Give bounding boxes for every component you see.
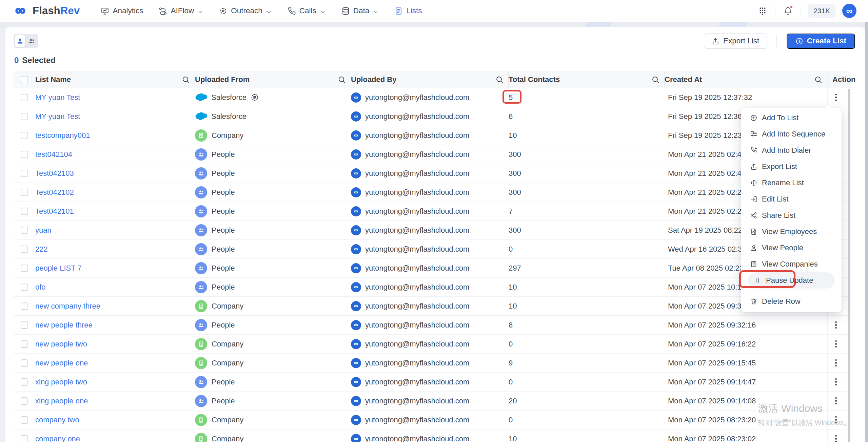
menu-item-rename-list[interactable]: Rename List: [741, 175, 842, 191]
list-name-link[interactable]: Test042101: [35, 207, 74, 216]
sync-status-icon[interactable]: [251, 93, 259, 102]
row-checkbox[interactable]: [21, 378, 28, 386]
list-name-link[interactable]: Test042102: [35, 188, 74, 197]
row-actions-kebab-icon[interactable]: [828, 376, 840, 388]
row-checkbox[interactable]: [21, 94, 28, 101]
export-list-button[interactable]: Export List: [704, 34, 767, 49]
row-checkbox[interactable]: [21, 246, 28, 253]
flashrev-logo[interactable]: FlashRev: [12, 5, 80, 17]
table-row: ofoPeople∞yutongtong@myflashcloud.com10M…: [14, 278, 851, 297]
nav-item-outreach[interactable]: Outreach: [219, 6, 272, 15]
nav-item-calls[interactable]: Calls: [288, 6, 326, 15]
person-icon: [17, 38, 24, 45]
row-checkbox[interactable]: [21, 416, 28, 424]
row-actions-kebab-icon[interactable]: [828, 414, 840, 426]
column-search-icon[interactable]: [495, 76, 504, 84]
row-checkbox[interactable]: [21, 227, 28, 234]
row-actions-kebab-icon[interactable]: [828, 395, 840, 407]
column-search-icon[interactable]: [182, 76, 190, 84]
list-name-link[interactable]: Test042103: [35, 169, 74, 178]
user-avatar[interactable]: ∞: [842, 4, 856, 18]
table-row: new people twoCompany∞yutongtong@myflash…: [14, 335, 851, 354]
people-badge-icon: [195, 186, 207, 198]
people-badge-icon: [195, 262, 207, 274]
row-actions-kebab-icon[interactable]: [828, 357, 840, 370]
create-list-button[interactable]: Create List: [787, 34, 855, 49]
nav-item-analytics[interactable]: Analytics: [101, 6, 143, 15]
list-name-link[interactable]: testcompany001: [35, 131, 90, 140]
list-name-link[interactable]: MY yuan Test: [35, 93, 80, 102]
bell-icon[interactable]: [782, 5, 794, 17]
column-search-icon[interactable]: [814, 76, 822, 84]
menu-item-view-employees[interactable]: View Employees: [741, 224, 842, 240]
uploaded-by-cell: ∞yutongtong@myflashcloud.com: [351, 373, 509, 391]
list-name-cell: new people two: [35, 335, 195, 353]
menu-item-view-people[interactable]: View People: [741, 240, 842, 256]
list-name-link[interactable]: xing people two: [35, 378, 87, 386]
row-checkbox[interactable]: [21, 113, 28, 120]
list-name-link[interactable]: ofo: [35, 283, 46, 292]
table-scrollbar[interactable]: [848, 89, 850, 442]
row-checkbox[interactable]: [21, 435, 28, 442]
group-view-toggle[interactable]: [26, 35, 37, 47]
list-name-link[interactable]: test042104: [35, 150, 72, 159]
nav-item-lists[interactable]: Lists: [394, 6, 422, 15]
list-name-link[interactable]: new company three: [35, 302, 100, 311]
page-scrollbar[interactable]: [865, 22, 868, 442]
row-checkbox[interactable]: [21, 359, 28, 367]
nav-item-data[interactable]: Data: [341, 6, 379, 15]
menu-item-add-into-sequence[interactable]: Add Into Sequence: [741, 126, 842, 142]
uploaded-from-cell: Company: [195, 335, 351, 353]
row-checkbox[interactable]: [21, 321, 28, 329]
row-checkbox[interactable]: [21, 170, 28, 177]
list-name-link[interactable]: company two: [35, 416, 79, 424]
menu-item-delete-row[interactable]: Delete Row: [741, 293, 842, 310]
menu-item-export-list[interactable]: Export List: [741, 159, 842, 175]
column-search-icon[interactable]: [338, 76, 346, 84]
row-checkbox[interactable]: [21, 302, 28, 310]
list-name-link[interactable]: yuan: [35, 226, 52, 235]
row-actions-kebab-icon[interactable]: [828, 338, 840, 351]
list-name-link[interactable]: new people one: [35, 359, 88, 367]
nav-item-label: AIFlow: [171, 6, 194, 15]
list-name-link[interactable]: company one: [35, 435, 80, 442]
list-name-cell: Test042101: [35, 202, 195, 220]
total-contacts-cell: 0: [509, 240, 665, 258]
row-actions-kebab-icon[interactable]: [828, 433, 840, 442]
total-contacts-value: 9: [509, 359, 513, 367]
list-name-link[interactable]: xing people one: [35, 397, 88, 405]
person-view-toggle[interactable]: [15, 35, 25, 47]
dialpad-icon[interactable]: [757, 5, 768, 17]
menu-item-share-list[interactable]: Share List: [741, 207, 842, 224]
column-search-icon[interactable]: [651, 76, 659, 84]
company-badge-icon: [195, 129, 207, 142]
delete-icon: [750, 298, 757, 305]
menu-item-add-to-list[interactable]: Add To List: [741, 110, 842, 126]
list-name-link[interactable]: new people two: [35, 340, 87, 349]
nav-item-aiflow[interactable]: AIFlow: [159, 6, 203, 15]
row-actions-kebab-icon[interactable]: [828, 319, 840, 332]
row-checkbox[interactable]: [21, 265, 28, 272]
row-checkbox[interactable]: [21, 397, 28, 405]
menu-item-add-into-dialer[interactable]: Add Into Dialer: [741, 142, 842, 159]
menu-item-edit-list[interactable]: Edit List: [741, 191, 842, 207]
menu-item-view-companies[interactable]: View Companies: [741, 256, 842, 272]
menu-item-pause-update[interactable]: Pause Update: [748, 272, 835, 289]
table-body: MY yuan TestSalesforce∞yutongtong@myflas…: [14, 88, 851, 442]
list-name-link[interactable]: new people three: [35, 321, 93, 330]
row-checkbox[interactable]: [21, 151, 28, 158]
select-all-checkbox[interactable]: [21, 76, 28, 83]
row-checkbox[interactable]: [21, 189, 28, 196]
uploaded-from-cell: People: [195, 164, 351, 183]
row-checkbox[interactable]: [21, 340, 28, 348]
row-checkbox[interactable]: [21, 283, 28, 291]
nav-item-label: Analytics: [113, 6, 143, 15]
list-name-link[interactable]: people LIST 7: [35, 264, 82, 273]
list-name-link[interactable]: MY yuan Test: [35, 112, 80, 121]
row-checkbox[interactable]: [21, 132, 28, 139]
row-actions-kebab-icon[interactable]: [828, 91, 840, 104]
row-checkbox[interactable]: [21, 208, 28, 215]
export-icon: [712, 37, 719, 45]
credits-badge[interactable]: 231K: [808, 4, 835, 18]
list-name-link[interactable]: 222: [35, 245, 48, 254]
